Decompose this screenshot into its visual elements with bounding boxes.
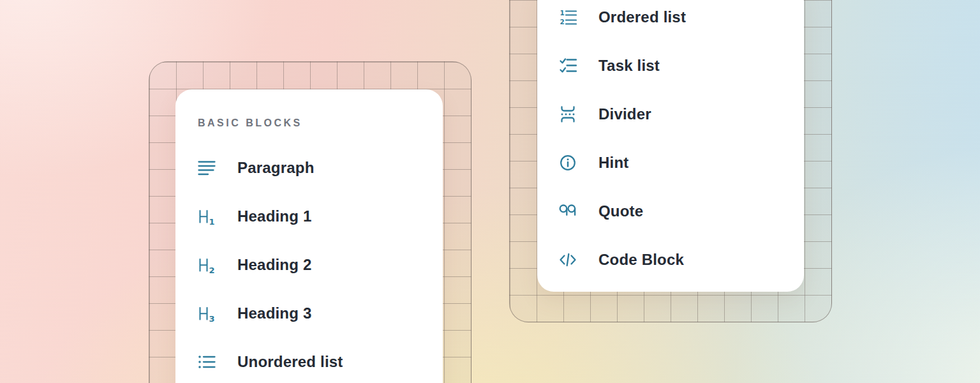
menu-item-label: Paragraph — [237, 159, 315, 177]
menu-item-label: Task list — [598, 57, 660, 75]
menu-item-label: Heading 3 — [237, 304, 312, 322]
task-list-icon — [559, 57, 577, 75]
menu-list-right: Ordered list Task list Divider Hint Quot… — [537, 0, 804, 284]
quote-icon — [559, 202, 577, 220]
menu-item-label: Heading 2 — [237, 256, 312, 274]
menu-item-unordered-list[interactable]: Unordered list — [175, 338, 443, 383]
hint-icon — [559, 154, 577, 172]
block-insert-menus-illustration: BASIC BLOCKS Paragraph Heading 1 Heading… — [0, 0, 980, 383]
menu-item-paragraph[interactable]: Paragraph — [175, 144, 443, 192]
heading-3-icon — [198, 304, 216, 322]
divider-icon — [559, 105, 577, 123]
unordered-list-icon — [198, 353, 216, 371]
menu-item-heading-3[interactable]: Heading 3 — [175, 289, 443, 338]
menu-item-hint[interactable]: Hint — [537, 139, 804, 187]
ordered-list-icon — [559, 8, 577, 26]
basic-blocks-menu-card: BASIC BLOCKS Paragraph Heading 1 Heading… — [175, 89, 443, 383]
menu-item-task-list[interactable]: Task list — [537, 41, 804, 90]
menu-item-label: Code Block — [598, 251, 684, 269]
menu-item-divider[interactable]: Divider — [537, 90, 804, 139]
heading-1-icon — [198, 207, 216, 225]
code-block-icon — [559, 251, 577, 269]
menu-item-quote[interactable]: Quote — [537, 187, 804, 236]
menu-item-label: Unordered list — [237, 353, 343, 371]
basic-blocks-section-header: BASIC BLOCKS — [198, 112, 420, 134]
menu-item-label: Divider — [598, 105, 651, 123]
menu-item-label: Hint — [598, 154, 628, 172]
menu-item-ordered-list[interactable]: Ordered list — [537, 0, 804, 41]
menu-item-label: Ordered list — [598, 8, 686, 26]
menu-item-heading-2[interactable]: Heading 2 — [175, 241, 443, 289]
menu-item-label: Heading 1 — [237, 207, 312, 225]
menu-item-code-block[interactable]: Code Block — [537, 236, 804, 284]
menu-list-left: Paragraph Heading 1 Heading 2 Heading 3 … — [175, 144, 443, 383]
menu-item-label: Quote — [598, 202, 643, 220]
paragraph-icon — [198, 159, 216, 177]
blocks-menu-card-right: Ordered list Task list Divider Hint Quot… — [537, 0, 804, 292]
menu-item-heading-1[interactable]: Heading 1 — [175, 192, 443, 241]
heading-2-icon — [198, 256, 216, 274]
